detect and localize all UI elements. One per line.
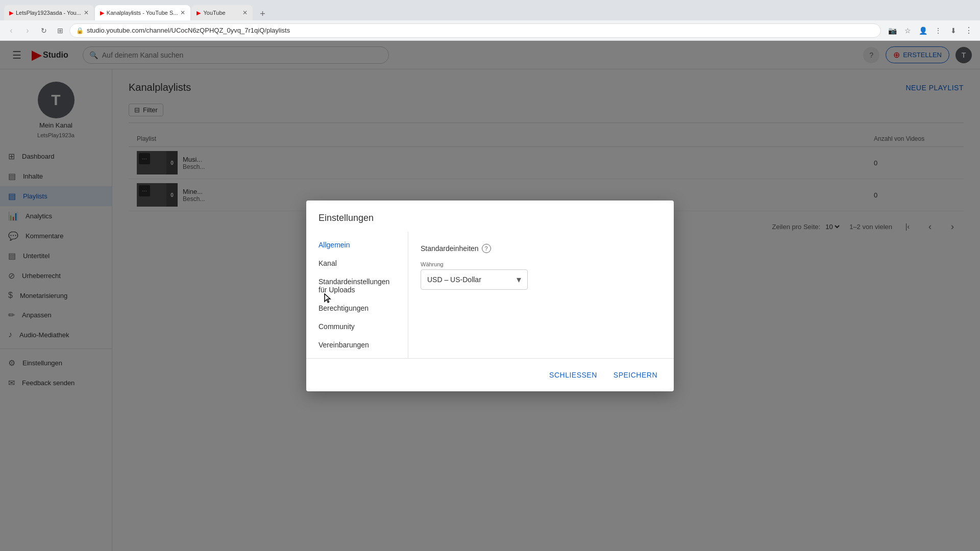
tab3-title: YouTube [203, 10, 240, 16]
browser-action-btns: 📷 ☆ 👤 ⋮ ⬇ ⋮ [885, 23, 976, 38]
modal-overlay[interactable]: Einstellungen Allgemein Kanal Standardei… [0, 41, 980, 551]
tab1-title: LetsPlay1923asda - You... [16, 10, 81, 16]
dialog-nav-kanal[interactable]: Kanal [306, 254, 408, 272]
dialog-content: Standardeinheiten ? Währung USD – US-Dol… [408, 232, 674, 358]
dialog-nav-uploads[interactable]: Standardeinstellungen für Uploads [306, 272, 408, 299]
currency-value: USD – US-Dollar [427, 276, 481, 284]
currency-label: Währung [421, 261, 662, 267]
close-btn[interactable]: SCHLIESSEN [545, 367, 601, 383]
nav-forward-btn[interactable]: › [20, 23, 35, 38]
more-btn[interactable]: ⋮ [962, 23, 976, 38]
tab2-title: Kanalplaylists - YouTube S... [107, 10, 178, 16]
profile-btn[interactable]: 👤 [916, 23, 930, 38]
section-title: Standardeinheiten ? [421, 244, 662, 253]
tab1-close[interactable]: ✕ [84, 9, 89, 16]
lock-icon: 🔒 [76, 27, 84, 34]
bookmark-btn[interactable]: ☆ [900, 23, 915, 38]
download-btn[interactable]: ⬇ [946, 23, 961, 38]
address-text: studio.youtube.com/channel/UCocN6zQPHQZ_… [87, 27, 290, 34]
browser-tab-3[interactable]: ▶ YouTube ✕ [191, 5, 253, 20]
tab1-favicon: ▶ [9, 10, 13, 16]
app-container: ☰ ▶ Studio 🔍 ? ⊕ ERSTELLEN T T Mein Kana… [0, 41, 980, 551]
nav-extensions-btn[interactable]: ⊞ [53, 23, 67, 38]
help-circle-icon[interactable]: ? [482, 244, 491, 253]
tab2-close[interactable]: ✕ [180, 9, 185, 16]
dialog-nav-allgemein[interactable]: Allgemein [306, 236, 408, 254]
dialog-title: Einstellungen [306, 201, 674, 232]
section-title-text: Standardeinheiten [421, 244, 479, 253]
settings-btn[interactable]: ⋮ [931, 23, 945, 38]
browser-tab-1[interactable]: ▶ LetsPlay1923asda - You... ✕ [4, 5, 94, 20]
address-bar[interactable]: 🔒 studio.youtube.com/channel/UCocN6zQPHQ… [69, 23, 881, 38]
tab2-favicon: ▶ [100, 10, 104, 16]
new-tab-btn[interactable]: + [256, 7, 269, 20]
tab3-close[interactable]: ✕ [242, 9, 248, 16]
tab3-favicon: ▶ [197, 10, 201, 16]
nav-back-btn[interactable]: ‹ [4, 23, 18, 38]
dialog-nav: Allgemein Kanal Standardeinstellungen fü… [306, 232, 408, 358]
nav-reload-btn[interactable]: ↻ [37, 23, 51, 38]
dialog-nav-berechtigungen[interactable]: Berechtigungen [306, 299, 408, 317]
dialog-body: Allgemein Kanal Standardeinstellungen fü… [306, 232, 674, 358]
dialog-nav-community[interactable]: Community [306, 317, 408, 336]
currency-select[interactable]: USD – US-Dollar ▾ [421, 269, 528, 290]
dialog-nav-vereinbarungen[interactable]: Vereinbarungen [306, 336, 408, 354]
currency-field: Währung USD – US-Dollar ▾ [421, 261, 662, 290]
select-arrow-icon: ▾ [517, 274, 521, 285]
browser-chrome: ▶ LetsPlay1923asda - You... ✕ ▶ Kanalpla… [0, 0, 980, 20]
browser-nav: ‹ › ↻ ⊞ 🔒 studio.youtube.com/channel/UCo… [0, 20, 980, 41]
browser-tabs: ▶ LetsPlay1923asda - You... ✕ ▶ Kanalpla… [4, 0, 269, 20]
browser-tab-2[interactable]: ▶ Kanalplaylists - YouTube S... ✕ [95, 5, 191, 20]
dialog-footer: SCHLIESSEN SPEICHERN [306, 358, 674, 391]
save-btn[interactable]: SPEICHERN [609, 367, 662, 383]
settings-dialog: Einstellungen Allgemein Kanal Standardei… [306, 201, 674, 391]
camera-btn[interactable]: 📷 [885, 23, 899, 38]
